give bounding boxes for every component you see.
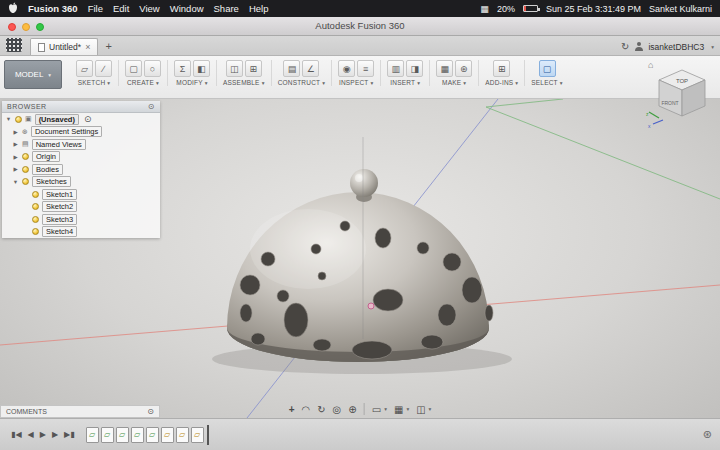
step-back-button[interactable]: ◀: [25, 430, 37, 439]
sphere-tool-icon[interactable]: ○: [144, 60, 161, 77]
timeline-sketch-feature[interactable]: ▱: [131, 427, 144, 443]
3d-model-dome[interactable]: [227, 137, 493, 362]
menu-file[interactable]: File: [88, 3, 103, 14]
menubar-user[interactable]: Sanket Kulkarni: [649, 4, 712, 14]
parameters-tool-icon[interactable]: Σ: [174, 60, 191, 77]
look-at-icon[interactable]: ◎: [333, 404, 342, 415]
timeline-sketch-feature[interactable]: ▱: [86, 427, 99, 443]
pan-icon[interactable]: +: [289, 404, 295, 415]
grid-and-snaps-dropdown[interactable]: ▦ ▾: [394, 404, 409, 415]
dome-knob[interactable]: [350, 169, 378, 197]
row-label[interactable]: Named Views: [32, 139, 86, 150]
play-button[interactable]: ▶: [37, 430, 49, 439]
menu-help[interactable]: Help: [249, 3, 269, 14]
insert-mesh-tool-icon[interactable]: ▥: [387, 60, 404, 77]
menu-view[interactable]: View: [139, 3, 159, 14]
row-label[interactable]: Sketch2: [42, 201, 77, 212]
toolbar-group-assemble[interactable]: ◫ ⊞ ASSEMBLE▾: [217, 60, 272, 86]
status-grid-icon[interactable]: ▦: [480, 4, 489, 14]
group-caret-icon[interactable]: ▾: [560, 80, 563, 86]
visibility-bulb-icon[interactable]: [32, 203, 39, 210]
select-tool-icon[interactable]: ▢: [539, 60, 556, 77]
orbit-icon[interactable]: ↻: [317, 404, 325, 415]
visibility-bulb-icon[interactable]: [32, 228, 39, 235]
timeline-feature[interactable]: ▱: [176, 427, 189, 443]
decal-tool-icon[interactable]: ◨: [406, 60, 423, 77]
go-to-start-button[interactable]: ▮◀: [8, 430, 25, 439]
menu-window[interactable]: Window: [170, 3, 204, 14]
toolbar-group-insert[interactable]: ▥ ◨ INSERT▾: [381, 60, 430, 86]
toolbar-group-modify[interactable]: Σ ◧ MODIFY▾: [168, 60, 217, 86]
group-caret-icon[interactable]: ▾: [107, 80, 110, 86]
comments-bar[interactable]: COMMENTS ⊙: [0, 405, 160, 418]
row-label[interactable]: Document Settings: [31, 126, 102, 137]
zoom-window-button[interactable]: [36, 23, 44, 31]
make-settings-icon[interactable]: ⊛: [455, 60, 472, 77]
group-caret-icon[interactable]: ▾: [262, 80, 265, 86]
timeline-sketch-feature[interactable]: ▱: [116, 427, 129, 443]
disclosure-triangle-icon[interactable]: ▶: [12, 141, 19, 147]
browser-row-sketch2[interactable]: Sketch2: [2, 201, 160, 214]
toolbar-group-sketch[interactable]: ▱ ∕ SKETCH▾: [70, 60, 119, 86]
user-avatar-icon[interactable]: [634, 42, 643, 51]
axis-tool-icon[interactable]: ∠: [302, 60, 319, 77]
close-window-button[interactable]: [8, 23, 16, 31]
group-caret-icon[interactable]: ▾: [515, 80, 518, 86]
disclosure-triangle-icon[interactable]: ▼: [5, 116, 12, 122]
apple-menu[interactable]: [8, 2, 18, 16]
display-settings-dropdown[interactable]: ▭ ▾: [372, 404, 387, 415]
browser-row-sketch1[interactable]: Sketch1: [2, 188, 160, 201]
timeline-gear-icon[interactable]: ⊛: [703, 428, 712, 441]
toolbar-group-addins[interactable]: ⊞ ADD-INS▾: [479, 60, 525, 86]
timeline-sketch-feature[interactable]: ▱: [146, 427, 159, 443]
toolbar-group-create[interactable]: ▢ ○ CREATE▾: [119, 60, 168, 86]
data-panel-toggle[interactable]: [6, 38, 22, 52]
section-tool-icon[interactable]: ≡: [357, 60, 374, 77]
root-document-label[interactable]: (Unsaved): [35, 114, 79, 125]
row-label[interactable]: Sketch4: [42, 226, 77, 237]
visibility-bulb-icon[interactable]: [32, 216, 39, 223]
browser-row-bodies[interactable]: ▶ Bodies: [2, 163, 160, 176]
app-menu[interactable]: Fusion 360: [28, 3, 78, 14]
toolbar-group-select[interactable]: ▢ SELECT▾: [525, 60, 568, 86]
home-icon[interactable]: ⌂: [648, 60, 653, 70]
row-label[interactable]: Origin: [32, 151, 60, 162]
eye-icon[interactable]: ⊙: [84, 114, 92, 124]
collapse-panel-icon[interactable]: ⊙: [147, 407, 154, 416]
toolbar-group-make[interactable]: ▦ ⊛ MAKE▾: [430, 60, 479, 86]
plane-tool-icon[interactable]: ▤: [283, 60, 300, 77]
3dprint-tool-icon[interactable]: ▦: [436, 60, 453, 77]
presspull-tool-icon[interactable]: ◧: [193, 60, 210, 77]
go-to-end-button[interactable]: ▶▮: [61, 430, 78, 439]
addins-tool-icon[interactable]: ⊞: [493, 60, 510, 77]
document-tab[interactable]: Untitled* ×: [30, 38, 98, 55]
disclosure-triangle-icon[interactable]: ▶: [12, 129, 19, 135]
row-label[interactable]: Sketch1: [42, 189, 77, 200]
account-caret-icon[interactable]: ▾: [711, 44, 714, 50]
browser-row-sketches[interactable]: ▼ Sketches: [2, 176, 160, 189]
menu-share[interactable]: Share: [214, 3, 239, 14]
row-label[interactable]: Sketch3: [42, 214, 77, 225]
sketch-point[interactable]: [368, 303, 374, 309]
viewports-dropdown[interactable]: ◫ ▾: [416, 404, 431, 415]
browser-row-sketch3[interactable]: Sketch3: [2, 213, 160, 226]
timeline-feature[interactable]: ▱: [191, 427, 204, 443]
menubar-clock[interactable]: Sun 25 Feb 3:31:49 PM: [546, 4, 641, 14]
visibility-bulb-icon[interactable]: [22, 153, 29, 160]
group-caret-icon[interactable]: ▾: [156, 80, 159, 86]
browser-root-row[interactable]: ▼ ▣ (Unsaved) ⊙: [2, 113, 160, 126]
close-tab-icon[interactable]: ×: [85, 42, 90, 52]
box-tool-icon[interactable]: ▢: [125, 60, 142, 77]
toolbar-group-inspect[interactable]: ◉ ≡ INSPECT▾: [332, 60, 381, 86]
visibility-bulb-icon[interactable]: [22, 178, 29, 185]
step-forward-button[interactable]: ▶: [49, 430, 61, 439]
viewcube[interactable]: ⌂ TOP FRONT z x: [645, 56, 717, 130]
new-tab-button[interactable]: +: [105, 40, 111, 52]
browser-header[interactable]: BROWSER ⊙: [2, 101, 160, 113]
group-caret-icon[interactable]: ▾: [205, 80, 208, 86]
disclosure-triangle-icon[interactable]: ▼: [12, 179, 19, 185]
group-caret-icon[interactable]: ▾: [322, 80, 325, 86]
viewport-canvas[interactable]: BROWSER ⊙ ▼ ▣ (Unsaved) ⊙ ▶ ⊛ Document S…: [0, 99, 720, 418]
minimize-window-button[interactable]: [22, 23, 30, 31]
joint-tool-icon[interactable]: ◫: [226, 60, 243, 77]
